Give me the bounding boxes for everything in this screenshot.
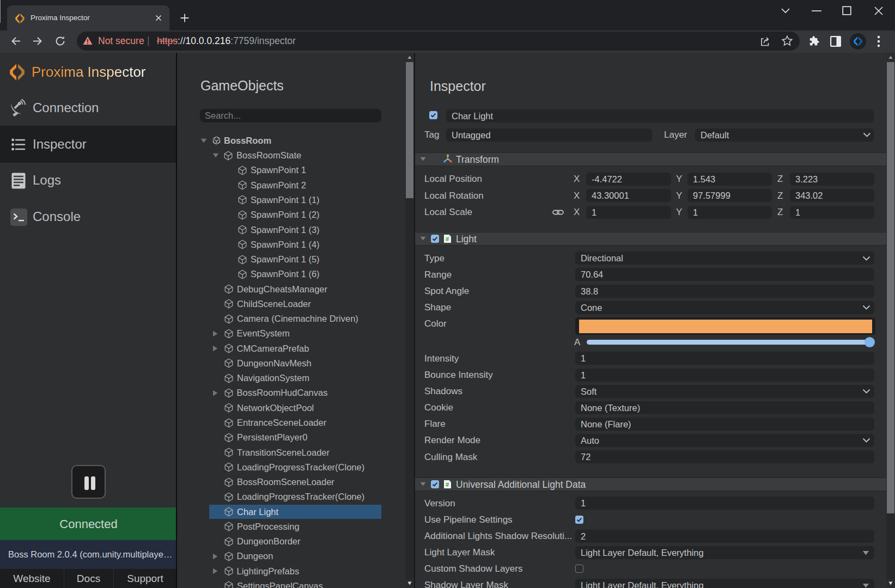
svg-text:#: # [446,481,449,488]
svg-text:#: # [446,236,449,242]
